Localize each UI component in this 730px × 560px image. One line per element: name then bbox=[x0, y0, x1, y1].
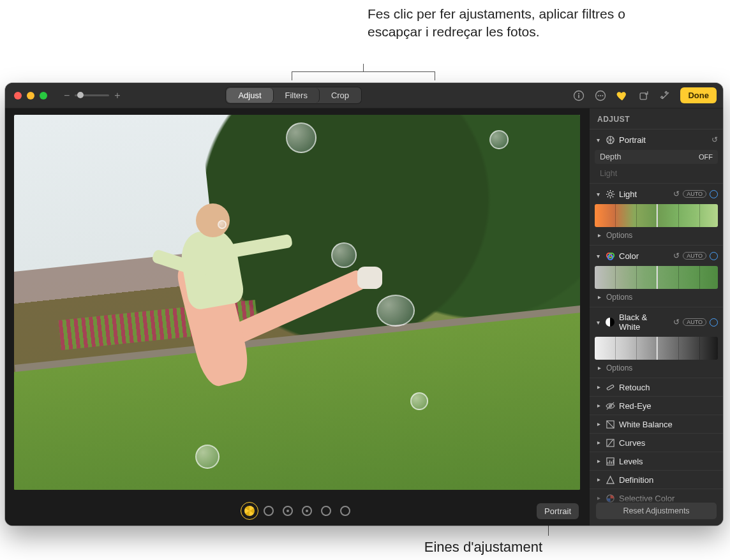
auto-bw-button[interactable]: AUTO bbox=[683, 318, 706, 326]
zoom-slider[interactable]: − + bbox=[64, 90, 121, 101]
chevron-right-icon: ▾ bbox=[595, 294, 602, 300]
zoom-in-icon: + bbox=[114, 90, 120, 101]
section-portrait-title: Portrait bbox=[619, 135, 708, 145]
info-icon[interactable] bbox=[572, 89, 586, 103]
zoom-out-icon: − bbox=[64, 90, 70, 101]
section-retouch-title: Retouch bbox=[619, 383, 718, 392]
reset-bw-icon[interactable]: ↺ bbox=[673, 318, 680, 327]
rotate-icon[interactable] bbox=[637, 89, 651, 103]
chevron-right-icon: ▾ bbox=[595, 421, 602, 427]
svg-point-1 bbox=[578, 92, 579, 94]
svg-rect-2 bbox=[579, 94, 580, 98]
window-close[interactable] bbox=[14, 92, 22, 99]
section-color-header[interactable]: ▾ Color ↺ AUTO bbox=[595, 249, 718, 262]
edit-mode-segmented-control: Adjust Filters Crop bbox=[225, 87, 362, 104]
svg-point-6 bbox=[602, 94, 604, 96]
annotation-line bbox=[435, 71, 435, 80]
color-options-row[interactable]: ▾ Options bbox=[595, 290, 718, 302]
section-color: ▾ Color ↺ AUTO ▾ Opti bbox=[590, 246, 723, 307]
svg-rect-17 bbox=[606, 457, 613, 464]
sun-icon bbox=[605, 189, 615, 199]
section-whitebalance[interactable]: ▾ White Balance bbox=[590, 415, 723, 434]
chevron-right-icon: ▾ bbox=[595, 439, 602, 446]
auto-color-button[interactable]: AUTO bbox=[683, 252, 706, 260]
favorite-icon[interactable] bbox=[615, 89, 629, 103]
zoom-thumb[interactable] bbox=[77, 92, 84, 98]
done-button[interactable]: Done bbox=[680, 87, 717, 103]
tab-adjust[interactable]: Adjust bbox=[227, 88, 273, 103]
lighting-natural[interactable] bbox=[244, 506, 255, 516]
auto-light-button[interactable]: AUTO bbox=[683, 190, 706, 198]
portrait-light-row: Light bbox=[595, 166, 718, 178]
lighting-stage-mono[interactable] bbox=[321, 506, 331, 516]
bandage-icon bbox=[605, 382, 615, 392]
chevron-right-icon: ▾ bbox=[595, 232, 602, 239]
color-slider-strip[interactable] bbox=[595, 266, 718, 289]
bw-options-row[interactable]: ▾ Options bbox=[595, 361, 718, 372]
window-fullscreen[interactable] bbox=[40, 92, 47, 99]
toolbar-right: Done bbox=[572, 87, 717, 103]
more-icon[interactable] bbox=[593, 89, 607, 103]
lighting-studio[interactable] bbox=[264, 506, 274, 516]
chevron-right-icon: ▾ bbox=[595, 458, 602, 464]
section-levels[interactable]: ▾ Levels bbox=[590, 452, 723, 471]
window-minimize[interactable] bbox=[27, 92, 34, 99]
section-curves-title: Curves bbox=[619, 438, 718, 448]
light-slider-strip[interactable] bbox=[595, 204, 718, 227]
section-color-title: Color bbox=[619, 251, 669, 261]
tab-filters[interactable]: Filters bbox=[274, 88, 320, 103]
enable-color-toggle[interactable] bbox=[710, 252, 718, 260]
section-definition[interactable]: ▾ Definition bbox=[590, 471, 723, 489]
sidebar-scroll[interactable]: ▾ Portrait ↺ Depth OFF Light bbox=[590, 129, 723, 526]
reset-color-icon[interactable]: ↺ bbox=[673, 251, 680, 260]
annotation-bottom: Eines d'ajustament bbox=[408, 538, 542, 557]
chevron-right-icon: ▾ bbox=[595, 365, 602, 371]
color-rings-icon bbox=[605, 251, 615, 261]
section-bw-title: Black & White bbox=[619, 313, 669, 332]
section-curves[interactable]: ▾ Curves bbox=[590, 434, 723, 452]
depth-label: Depth bbox=[600, 152, 621, 161]
reset-adjustments-button[interactable]: Reset Adjustments bbox=[596, 503, 717, 519]
portrait-badge-button[interactable]: Portrait bbox=[537, 503, 579, 519]
svg-rect-13 bbox=[606, 385, 614, 390]
lighting-stage[interactable] bbox=[302, 506, 312, 516]
window-controls bbox=[11, 92, 47, 99]
section-light: ▾ Light ↺ AUTO ▾ Opti bbox=[590, 184, 723, 246]
svg-point-4 bbox=[598, 94, 599, 96]
section-retouch[interactable]: ▾ Retouch bbox=[590, 378, 723, 397]
chevron-right-icon: ▾ bbox=[595, 384, 602, 390]
section-portrait-header[interactable]: ▾ Portrait ↺ bbox=[595, 133, 718, 146]
sidebar-footer: Reset Adjustments bbox=[590, 497, 723, 526]
auto-enhance-icon[interactable] bbox=[659, 89, 673, 103]
chevron-down-icon: ▾ bbox=[595, 319, 601, 326]
whitebalance-icon bbox=[605, 419, 615, 429]
reset-portrait-icon[interactable]: ↺ bbox=[711, 135, 718, 144]
enable-light-toggle[interactable] bbox=[710, 190, 718, 198]
svg-point-5 bbox=[600, 94, 601, 96]
lighting-contour[interactable] bbox=[283, 506, 293, 516]
photo-preview[interactable] bbox=[14, 115, 580, 490]
section-levels-title: Levels bbox=[619, 457, 718, 466]
definition-icon bbox=[605, 475, 615, 485]
titlebar: − + Adjust Filters Crop Do bbox=[5, 83, 723, 108]
annotation-line bbox=[292, 71, 435, 72]
reset-light-icon[interactable]: ↺ bbox=[673, 189, 680, 198]
tab-crop[interactable]: Crop bbox=[320, 88, 361, 103]
bw-slider-strip[interactable] bbox=[595, 337, 718, 360]
section-redeye[interactable]: ▾ Red-Eye bbox=[590, 397, 723, 415]
lighting-highkey-mono[interactable] bbox=[340, 506, 350, 516]
section-light-header[interactable]: ▾ Light ↺ AUTO bbox=[595, 188, 718, 200]
color-options-label: Options bbox=[606, 293, 632, 302]
section-bw-header[interactable]: ▾ Black & White ↺ AUTO bbox=[595, 311, 718, 333]
chevron-down-icon: ▾ bbox=[595, 253, 601, 260]
portrait-depth-row[interactable]: Depth OFF bbox=[595, 150, 718, 164]
enable-bw-toggle[interactable] bbox=[710, 318, 718, 327]
section-light-title: Light bbox=[619, 189, 669, 199]
light-options-row[interactable]: ▾ Options bbox=[595, 228, 718, 240]
adjust-sidebar: ADJUST ▾ Portrait ↺ Depth OFF bbox=[589, 108, 723, 526]
chevron-right-icon: ▾ bbox=[595, 476, 602, 483]
lighting-options bbox=[244, 506, 350, 516]
portrait-aperture-icon bbox=[605, 135, 615, 145]
levels-icon bbox=[605, 456, 615, 466]
zoom-track[interactable] bbox=[75, 94, 109, 96]
